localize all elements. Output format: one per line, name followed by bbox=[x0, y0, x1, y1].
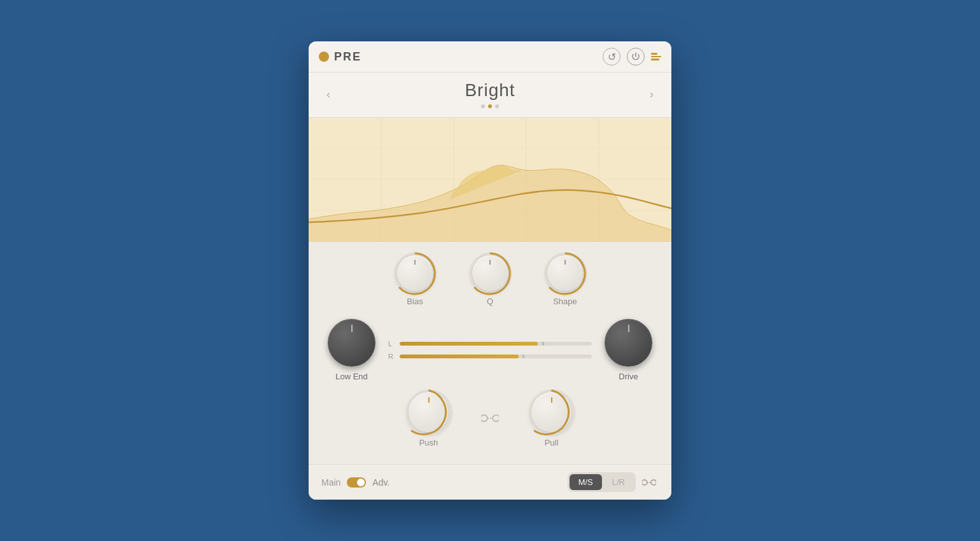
lr-button[interactable]: L/R bbox=[603, 474, 634, 490]
vu-r-track[interactable] bbox=[400, 355, 592, 358]
shape-knob-tick bbox=[564, 260, 566, 265]
toggle-switch[interactable] bbox=[347, 477, 366, 488]
preset-dot-1[interactable] bbox=[481, 104, 485, 108]
pull-knob-group: Pull bbox=[531, 391, 572, 447]
power-button[interactable] bbox=[627, 48, 645, 66]
preset-dot-2[interactable] bbox=[488, 104, 492, 108]
drive-knob-tick bbox=[628, 325, 629, 332]
eq-display bbox=[309, 118, 671, 242]
vu-meters: L R bbox=[375, 340, 605, 360]
preset-dots bbox=[481, 104, 499, 108]
push-knob-arc bbox=[405, 388, 454, 437]
svg-point-10 bbox=[407, 391, 452, 435]
title-bar: PRE ↺ bbox=[309, 41, 671, 73]
q-knob-arc bbox=[468, 251, 513, 296]
vu-r-row: R bbox=[388, 353, 592, 360]
q-knob[interactable] bbox=[472, 255, 508, 292]
title-dot bbox=[319, 52, 329, 62]
drive-knob[interactable] bbox=[605, 319, 652, 367]
bias-knob[interactable] bbox=[396, 255, 433, 292]
pull-knob-tick bbox=[551, 397, 552, 403]
shape-knob-arc bbox=[543, 251, 588, 296]
preset-center: Bright bbox=[465, 80, 515, 108]
push-knob[interactable] bbox=[408, 391, 449, 433]
preset-name: Bright bbox=[465, 80, 515, 101]
push-knob-tick bbox=[428, 397, 430, 403]
low-end-knob[interactable] bbox=[328, 319, 375, 367]
controls-area: Bias Q bbox=[309, 242, 671, 464]
pull-knob-arc bbox=[528, 388, 577, 437]
q-knob-group: Q bbox=[472, 255, 508, 306]
vu-l-track[interactable] bbox=[400, 342, 592, 346]
drive-knob-group: Drive bbox=[605, 319, 652, 381]
middle-row: Low End L R bbox=[328, 319, 652, 381]
q-label: Q bbox=[487, 297, 493, 306]
footer-left: Main Adv. bbox=[321, 477, 389, 488]
pull-label: Pull bbox=[545, 438, 559, 447]
footer-right: M/S L/R bbox=[568, 472, 659, 492]
plugin-title: PRE bbox=[334, 50, 361, 64]
menu-button[interactable] bbox=[651, 53, 661, 60]
title-left: PRE bbox=[319, 50, 361, 64]
bias-knob-arc bbox=[393, 251, 438, 296]
low-end-knob-group: Low End bbox=[328, 319, 375, 381]
bias-knob-tick bbox=[414, 260, 416, 265]
shape-knob[interactable] bbox=[547, 255, 584, 292]
vu-r-handle[interactable] bbox=[522, 355, 524, 358]
reset-button[interactable]: ↺ bbox=[603, 48, 620, 66]
bias-knob-group: Bias bbox=[396, 255, 433, 306]
preset-dot-3[interactable] bbox=[495, 104, 499, 108]
title-controls: ↺ bbox=[603, 48, 661, 66]
push-knob-group: Push bbox=[408, 391, 449, 447]
q-knob-tick bbox=[489, 260, 491, 265]
vu-r-label: R bbox=[388, 353, 395, 360]
link-footer-button[interactable] bbox=[640, 474, 659, 491]
low-end-label: Low End bbox=[335, 372, 368, 381]
pull-knob[interactable] bbox=[531, 391, 572, 433]
vu-l-label: L bbox=[388, 340, 395, 348]
eq-graph bbox=[309, 118, 671, 241]
vu-r-fill bbox=[400, 355, 519, 358]
preset-nav: ‹ Bright › bbox=[309, 73, 671, 118]
shape-knob-group: Shape bbox=[547, 255, 584, 306]
top-knobs-row: Bias Q bbox=[328, 255, 652, 306]
bias-label: Bias bbox=[407, 297, 423, 306]
svg-point-12 bbox=[530, 391, 575, 435]
vu-l-handle[interactable] bbox=[542, 342, 544, 346]
main-label: Main bbox=[321, 477, 340, 488]
shape-label: Shape bbox=[553, 297, 577, 306]
low-end-knob-tick bbox=[351, 325, 353, 332]
plugin-window: PRE ↺ ‹ Bright › bbox=[309, 41, 671, 500]
adv-label: Adv. bbox=[372, 477, 389, 488]
vu-l-fill bbox=[400, 342, 538, 346]
ms-button[interactable]: M/S bbox=[570, 474, 602, 490]
prev-preset-button[interactable]: ‹ bbox=[321, 85, 335, 104]
push-label: Push bbox=[419, 438, 438, 447]
next-preset-button[interactable]: › bbox=[645, 85, 659, 104]
footer: Main Adv. M/S L/R bbox=[309, 464, 671, 500]
vu-l-row: L bbox=[388, 340, 592, 348]
bottom-knobs-row: Push Pull bbox=[328, 391, 652, 447]
drive-label: Drive bbox=[619, 372, 638, 381]
mode-group: M/S L/R bbox=[568, 472, 636, 492]
link-icon[interactable] bbox=[481, 412, 499, 428]
